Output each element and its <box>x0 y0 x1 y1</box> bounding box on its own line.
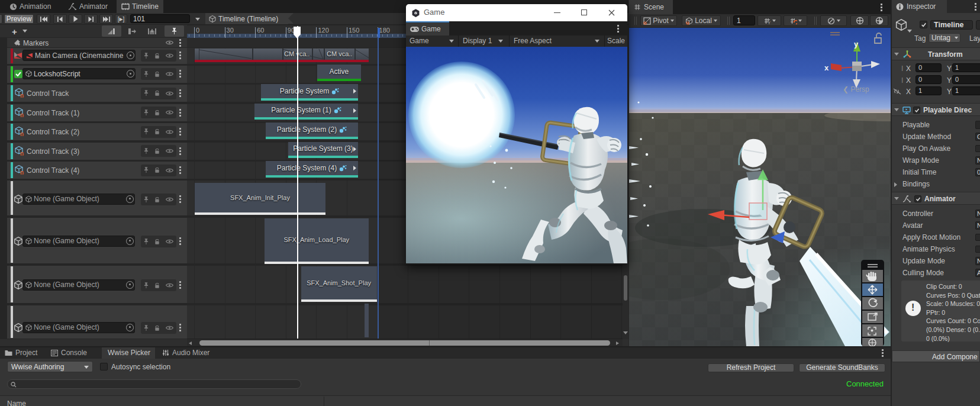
svg-text:y: y <box>854 40 859 49</box>
svg-text:{}: {} <box>20 151 24 156</box>
svg-text:{}: {} <box>20 131 24 136</box>
svg-text:Y: Y <box>768 21 771 25</box>
svg-text:x: x <box>824 63 829 72</box>
svg-text:{}: {} <box>20 93 24 98</box>
svg-text:{}: {} <box>20 112 24 117</box>
svg-text:{}: {} <box>20 170 24 175</box>
